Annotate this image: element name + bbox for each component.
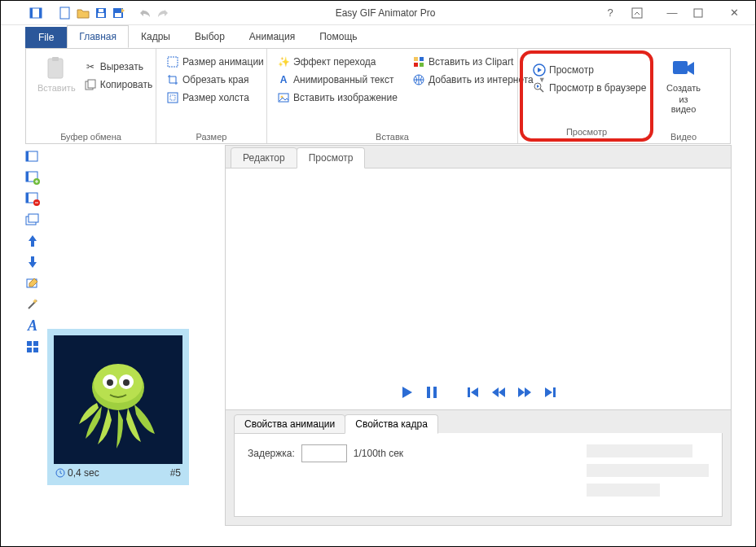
svg-rect-52 bbox=[433, 387, 437, 398]
save-icon[interactable] bbox=[94, 6, 108, 20]
crop-button[interactable]: Обрезать края bbox=[163, 72, 267, 88]
prev-frame-icon[interactable] bbox=[491, 386, 506, 399]
insert-image-button[interactable]: Вставить изображение bbox=[274, 90, 401, 106]
canvas-icon bbox=[166, 91, 179, 104]
svg-rect-40 bbox=[33, 341, 38, 346]
open-folder-icon[interactable] bbox=[76, 6, 90, 20]
save-as-icon[interactable] bbox=[112, 6, 126, 20]
cut-button[interactable]: ✂Вырезать bbox=[81, 59, 156, 75]
app-title: Easy GIF Animator Pro bbox=[170, 7, 600, 19]
group-preview-title: Просмотр bbox=[530, 125, 644, 137]
svg-rect-31 bbox=[26, 172, 29, 182]
paste-icon bbox=[43, 55, 69, 81]
last-frame-icon[interactable] bbox=[543, 386, 556, 399]
group-clipboard: Вставить ✂Вырезать Копировать Буфер обме… bbox=[26, 49, 156, 143]
next-frame-icon[interactable] bbox=[517, 386, 532, 399]
magic-wand-icon[interactable] bbox=[24, 296, 41, 313]
redo-icon[interactable] bbox=[156, 6, 170, 20]
quick-access-toolbar: Easy GIF Animator Pro ? — ✕ bbox=[1, 1, 755, 25]
ribbon-tabs: File Главная Кадры Выбор Анимация Помощь bbox=[1, 25, 755, 48]
tab-anim-props[interactable]: Свойства анимации bbox=[234, 414, 345, 434]
svg-rect-51 bbox=[427, 387, 430, 398]
main-area: Редактор Просмотр Свойства анимации Свой… bbox=[225, 145, 732, 526]
svg-rect-10 bbox=[694, 9, 702, 17]
canvas-size-button[interactable]: Размер холста bbox=[163, 90, 267, 106]
playback-controls bbox=[400, 385, 556, 400]
tab-selection[interactable]: Выбор bbox=[182, 25, 237, 48]
svg-rect-14 bbox=[88, 80, 95, 88]
svg-rect-16 bbox=[168, 93, 178, 103]
play-icon[interactable] bbox=[400, 385, 415, 400]
property-tabs: Свойства анимации Свойства кадра bbox=[226, 410, 731, 433]
svg-rect-22 bbox=[414, 63, 418, 67]
cut-label: Вырезать bbox=[100, 61, 143, 72]
frame-thumbnail[interactable]: 0,4 sec #5 bbox=[47, 329, 189, 485]
workspace: A 0, bbox=[24, 145, 732, 526]
minimize-icon[interactable]: — bbox=[662, 7, 682, 19]
move-up-icon[interactable] bbox=[24, 233, 41, 249]
svg-rect-42 bbox=[33, 348, 38, 352]
svg-rect-53 bbox=[468, 387, 470, 397]
copy-icon bbox=[84, 78, 97, 91]
pause-icon[interactable] bbox=[426, 385, 437, 400]
paste-label: Вставить bbox=[37, 83, 76, 93]
group-video-title: Видео bbox=[662, 130, 705, 142]
film-strip-icon[interactable] bbox=[29, 6, 43, 20]
tab-preview[interactable]: Просмотр bbox=[297, 147, 366, 168]
svg-rect-54 bbox=[553, 387, 556, 397]
paste-button[interactable]: Вставить bbox=[33, 52, 81, 96]
svg-point-48 bbox=[107, 379, 113, 386]
placeholder-area bbox=[587, 444, 709, 497]
preview-button[interactable]: Просмотр bbox=[530, 62, 649, 78]
delay-input[interactable] bbox=[301, 444, 347, 462]
tab-frames[interactable]: Кадры bbox=[129, 25, 182, 48]
duplicate-frame-icon[interactable] bbox=[24, 212, 41, 228]
svg-rect-5 bbox=[98, 13, 104, 17]
tab-file[interactable]: File bbox=[25, 27, 67, 48]
text-tool-icon[interactable]: A bbox=[24, 317, 41, 334]
new-file-icon[interactable] bbox=[58, 6, 73, 20]
edit-frame-icon[interactable] bbox=[24, 275, 41, 291]
undo-icon[interactable] bbox=[138, 6, 152, 20]
placeholder-block bbox=[587, 464, 709, 477]
tab-animation[interactable]: Анимация bbox=[237, 25, 307, 48]
grid-icon[interactable] bbox=[24, 339, 41, 355]
close-icon[interactable]: ✕ bbox=[724, 7, 744, 19]
svg-rect-41 bbox=[27, 348, 32, 352]
add-frame-icon[interactable] bbox=[24, 169, 41, 186]
qat-items bbox=[29, 6, 170, 20]
tab-frame-props[interactable]: Свойства кадра bbox=[345, 414, 438, 434]
properties-area: Свойства анимации Свойства кадра Задержк… bbox=[226, 409, 731, 525]
crop-icon bbox=[166, 73, 179, 86]
resize-icon bbox=[166, 55, 179, 68]
insert-frame-icon[interactable] bbox=[24, 148, 41, 164]
anim-size-button[interactable]: Размер анимации bbox=[163, 54, 267, 70]
from-video-button[interactable]: Создать из видео bbox=[662, 52, 705, 117]
svg-rect-39 bbox=[27, 341, 32, 346]
placeholder-block bbox=[587, 444, 692, 457]
tab-home[interactable]: Главная bbox=[67, 25, 129, 48]
group-clipboard-title: Буфер обмена bbox=[33, 130, 149, 142]
anim-text-button[interactable]: AАнимированный текст bbox=[274, 72, 401, 88]
browser-preview-button[interactable]: Просмотр в браузере bbox=[530, 80, 649, 96]
maximize-icon[interactable] bbox=[693, 8, 713, 18]
ribbon-toggle-icon[interactable] bbox=[631, 7, 651, 19]
scissors-icon: ✂ bbox=[84, 60, 97, 73]
move-down-icon[interactable] bbox=[24, 254, 41, 270]
frames-panel: 0,4 sec #5 bbox=[47, 145, 225, 526]
tab-editor[interactable]: Редактор bbox=[231, 147, 297, 168]
copy-button[interactable]: Копировать bbox=[81, 77, 156, 93]
group-insert-title: Вставка bbox=[274, 130, 511, 142]
frame-footer: 0,4 sec #5 bbox=[54, 464, 182, 479]
transition-button[interactable]: ✨Эффект перехода bbox=[274, 54, 401, 70]
left-toolbar: A bbox=[24, 145, 47, 526]
wand-icon: ✨ bbox=[277, 55, 290, 68]
svg-rect-8 bbox=[115, 13, 121, 17]
svg-rect-6 bbox=[99, 9, 103, 12]
help-icon[interactable]: ? bbox=[600, 7, 620, 19]
first-frame-icon[interactable] bbox=[467, 386, 480, 399]
tab-help[interactable]: Помощь bbox=[307, 25, 369, 48]
delete-frame-icon[interactable] bbox=[24, 190, 41, 207]
globe-icon bbox=[412, 73, 425, 86]
clock-icon bbox=[55, 468, 65, 478]
